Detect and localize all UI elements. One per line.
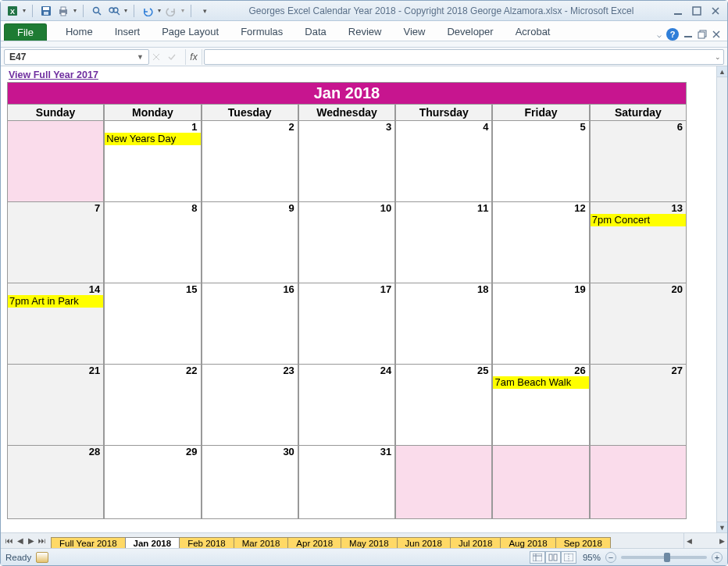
vertical-scrollbar[interactable]: ▲ ▼: [716, 66, 727, 532]
formula-bar-expand-icon[interactable]: ⌄: [715, 53, 721, 61]
ribbon-tab-formulas[interactable]: Formulas: [230, 23, 294, 41]
scroll-up-icon[interactable]: ▲: [717, 66, 727, 77]
hscroll-left-icon[interactable]: ◀: [684, 537, 694, 545]
day-cell[interactable]: 29: [104, 446, 201, 519]
day-cell[interactable]: 17: [298, 283, 395, 365]
insert-function-button[interactable]: fx: [185, 49, 202, 65]
sheet-tab-sep-2018[interactable]: Sep 2018: [555, 537, 611, 548]
page-layout-view-icon[interactable]: [545, 551, 561, 564]
day-cell[interactable]: 7: [7, 202, 104, 283]
calendar-event[interactable]: 7pm Art in Park: [8, 295, 103, 308]
workbook-close-icon[interactable]: [712, 30, 721, 39]
sheet-tab-jul-2018[interactable]: Jul 2018: [450, 537, 501, 548]
zoom-thumb[interactable]: [664, 553, 670, 562]
normal-view-icon[interactable]: [530, 551, 545, 564]
day-cell[interactable]: 10: [298, 202, 395, 283]
calendar-event[interactable]: New Years Day: [105, 133, 200, 145]
calendar-event[interactable]: 7am Beach Walk: [493, 376, 588, 389]
day-cell[interactable]: 18: [395, 283, 492, 365]
macro-record-icon[interactable]: [36, 552, 48, 563]
day-cell[interactable]: 147pm Art in Park: [7, 283, 104, 365]
ribbon-tab-insert[interactable]: Insert: [104, 23, 152, 41]
view-full-year-link[interactable]: View Full Year 2017: [1, 66, 716, 82]
day-cell[interactable]: 31: [298, 446, 395, 519]
sheet-tab-apr-2018[interactable]: Apr 2018: [287, 537, 341, 548]
sheet-tab-aug-2018[interactable]: Aug 2018: [500, 537, 555, 548]
day-cell[interactable]: 3: [298, 121, 395, 202]
day-cell[interactable]: 15: [104, 283, 201, 365]
undo-icon[interactable]: [141, 4, 155, 18]
page-break-view-icon[interactable]: [561, 551, 576, 564]
day-cell[interactable]: 25: [395, 365, 492, 446]
day-cell[interactable]: 19: [492, 283, 589, 365]
day-cell[interactable]: 20: [590, 283, 687, 365]
day-cell[interactable]: 6: [590, 121, 687, 202]
sheet-tab-mar-2018[interactable]: Mar 2018: [234, 537, 289, 548]
day-cell[interactable]: 9: [202, 202, 298, 283]
day-cell[interactable]: 24: [298, 365, 395, 446]
day-cell[interactable]: 30: [202, 446, 298, 519]
day-cell[interactable]: 8: [104, 202, 201, 283]
name-box[interactable]: E47 ▼: [4, 49, 149, 65]
hscroll-right-icon[interactable]: ▶: [717, 537, 727, 545]
day-cell[interactable]: 21: [7, 365, 104, 446]
day-cell[interactable]: 11: [395, 202, 492, 283]
sheet-tab-feb-2018[interactable]: Feb 2018: [179, 537, 234, 548]
sheet-tab-jun-2018[interactable]: Jun 2018: [397, 537, 451, 548]
sheet-nav-last-icon[interactable]: ⏭: [37, 536, 48, 545]
sheet-nav-prev-icon[interactable]: ◀: [15, 536, 26, 545]
ribbon-min-caret-icon[interactable]: ⌵: [657, 30, 662, 39]
day-cell[interactable]: 22: [104, 365, 201, 446]
zoom-in-icon[interactable]: +: [712, 552, 723, 563]
ribbon-tab-acrobat[interactable]: Acrobat: [505, 23, 562, 41]
day-cell[interactable]: [492, 446, 589, 519]
find-icon[interactable]: [90, 4, 104, 18]
sheet-tab-jan-2018[interactable]: Jan 2018: [125, 537, 180, 548]
ribbon-tab-data[interactable]: Data: [294, 23, 337, 41]
ribbon-tab-home[interactable]: Home: [55, 23, 104, 41]
sheet-tab-may-2018[interactable]: May 2018: [341, 537, 398, 548]
help-icon[interactable]: ?: [666, 28, 679, 41]
workbook-minimize-icon[interactable]: [683, 30, 693, 39]
day-cell[interactable]: 4: [395, 121, 492, 202]
day-cell[interactable]: 267am Beach Walk: [492, 365, 589, 446]
day-cell[interactable]: 1New Years Day: [104, 121, 201, 202]
day-cell[interactable]: 27: [590, 365, 687, 446]
ribbon-tab-developer[interactable]: Developer: [436, 23, 504, 41]
sheet-tab-full-year-2018[interactable]: Full Year 2018: [51, 537, 126, 548]
day-cell[interactable]: 137pm Concert: [590, 202, 687, 283]
day-cell[interactable]: 28: [7, 446, 104, 519]
day-cell[interactable]: 23: [202, 365, 298, 446]
zoom-slider[interactable]: [621, 556, 707, 559]
excel-icon[interactable]: X: [5, 4, 20, 18]
day-cell[interactable]: 5: [492, 121, 589, 202]
file-tab[interactable]: File: [4, 23, 47, 41]
find-all-icon[interactable]: [107, 4, 121, 18]
name-box-dropdown-icon[interactable]: ▼: [137, 53, 144, 61]
day-cell[interactable]: 12: [492, 202, 589, 283]
redo-icon[interactable]: [164, 4, 178, 18]
day-cell[interactable]: [7, 121, 104, 202]
scroll-down-icon[interactable]: ▼: [717, 522, 727, 532]
ribbon-tab-page-layout[interactable]: Page Layout: [151, 23, 230, 41]
calendar-event[interactable]: 7pm Concert: [591, 214, 686, 226]
day-cell[interactable]: 16: [202, 283, 298, 365]
maximize-icon[interactable]: [690, 4, 704, 18]
zoom-out-icon[interactable]: −: [605, 552, 616, 563]
horizontal-scrollbar[interactable]: ◀ ▶: [683, 533, 727, 548]
enter-formula-icon[interactable]: [168, 53, 184, 61]
zoom-level[interactable]: 95%: [583, 553, 601, 562]
qat-customize-icon[interactable]: ▾: [198, 4, 212, 18]
close-icon[interactable]: [708, 4, 723, 18]
minimize-icon[interactable]: [671, 4, 685, 18]
ribbon-tab-review[interactable]: Review: [337, 23, 393, 41]
quickprint-icon[interactable]: [56, 4, 70, 18]
day-cell[interactable]: [590, 446, 687, 519]
formula-bar[interactable]: ⌄: [204, 49, 724, 65]
sheet-nav-first-icon[interactable]: ⏮: [4, 536, 15, 545]
cancel-formula-icon[interactable]: [152, 53, 168, 61]
day-cell[interactable]: [395, 446, 492, 519]
workbook-restore-icon[interactable]: [698, 30, 707, 39]
sheet-nav-next-icon[interactable]: ▶: [26, 536, 37, 545]
day-cell[interactable]: 2: [202, 121, 298, 202]
